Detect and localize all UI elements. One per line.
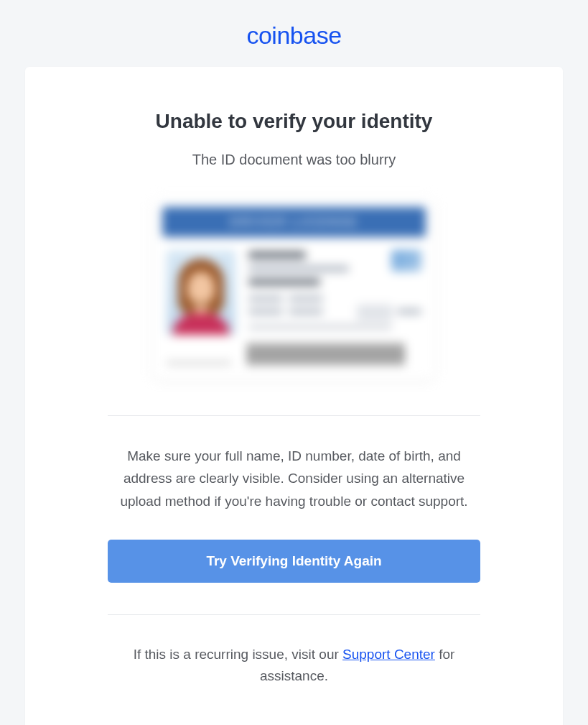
divider <box>108 415 480 416</box>
brand-header: coinbase <box>25 22 563 50</box>
support-footer: If this is a recurring issue, visit our … <box>108 644 480 688</box>
blurry-id-illustration: DRIVER LICENSE <box>152 197 436 379</box>
error-reason: The ID document was too blurry <box>108 152 480 168</box>
instruction-text: Make sure your full name, ID number, dat… <box>108 445 480 512</box>
divider <box>108 614 480 615</box>
content-card: Unable to verify your identity The ID do… <box>25 67 563 725</box>
page-title: Unable to verify your identity <box>108 110 480 133</box>
support-center-link[interactable]: Support Center <box>342 647 435 662</box>
try-again-button[interactable]: Try Verifying Identity Again <box>108 540 480 583</box>
footer-prefix: If this is a recurring issue, visit our <box>134 647 342 662</box>
brand-logo: coinbase <box>246 22 341 49</box>
